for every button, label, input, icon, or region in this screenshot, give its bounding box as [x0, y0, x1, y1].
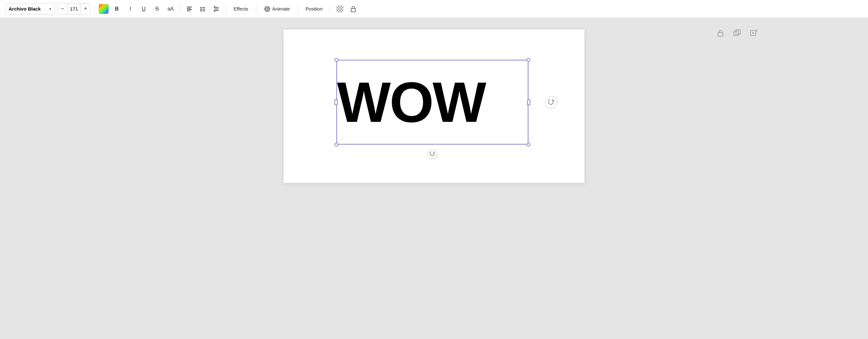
svg-rect-5 — [202, 10, 205, 11]
font-size-decrease-button[interactable]: − — [58, 3, 67, 15]
list-button[interactable] — [197, 3, 208, 14]
svg-rect-14 — [351, 9, 355, 12]
lock-icon — [350, 5, 356, 12]
svg-rect-8 — [214, 10, 219, 11]
canvas-top-icons — [715, 28, 759, 38]
line-spacing-icon — [214, 6, 219, 12]
svg-point-21 — [553, 100, 554, 101]
font-family-label: Archivo Black — [9, 6, 48, 11]
divider-2 — [180, 4, 180, 13]
divider-3 — [226, 4, 226, 13]
slide: WOW — [284, 29, 584, 183]
animate-icon — [264, 6, 271, 12]
svg-rect-17 — [736, 30, 740, 34]
svg-point-0 — [200, 7, 202, 8]
font-size-increase-button[interactable]: + — [81, 3, 90, 15]
wow-text[interactable]: WOW — [336, 60, 528, 144]
handle-top-right[interactable] — [527, 58, 530, 62]
svg-marker-9 — [214, 6, 215, 7]
divider-4 — [256, 4, 256, 13]
divider-1 — [94, 4, 95, 13]
svg-point-13 — [267, 8, 268, 9]
svg-rect-3 — [202, 9, 205, 9]
align-left-button[interactable] — [184, 3, 195, 14]
effects-button[interactable]: Effects — [230, 3, 252, 15]
handle-bottom-right[interactable] — [527, 143, 530, 146]
svg-rect-1 — [202, 7, 205, 8]
font-size-control: − 171 + — [57, 3, 91, 15]
lock-button[interactable] — [348, 3, 359, 14]
italic-button[interactable]: I — [125, 3, 136, 14]
rotate-right-icon — [548, 99, 554, 105]
bold-button[interactable]: B — [112, 3, 122, 14]
rotate-bottom-icon — [430, 151, 435, 157]
svg-rect-15 — [718, 33, 723, 36]
svg-rect-7 — [214, 9, 219, 9]
svg-rect-16 — [734, 31, 738, 35]
animate-label: Animate — [272, 6, 290, 11]
svg-rect-6 — [214, 7, 219, 8]
duplicate-icon — [734, 29, 741, 36]
position-button[interactable]: Position — [302, 3, 327, 15]
rotate-handle-bottom[interactable] — [428, 149, 437, 159]
font-size-value: 171 — [67, 3, 81, 15]
transparency-button[interactable] — [335, 3, 345, 14]
handle-top-left[interactable] — [335, 58, 338, 62]
divider-5 — [298, 4, 298, 13]
font-family-selector[interactable]: Archivo Black ▾ — [5, 3, 55, 15]
lock-canvas-button[interactable] — [715, 28, 726, 38]
strikethrough-button[interactable]: S — [152, 3, 163, 14]
checkerboard-icon — [336, 5, 343, 12]
canvas-area: WOW — [0, 18, 868, 339]
svg-point-2 — [200, 9, 202, 10]
add-icon — [750, 29, 757, 36]
svg-marker-10 — [214, 11, 215, 12]
lock-canvas-icon — [717, 29, 724, 37]
align-left-icon — [186, 6, 193, 12]
handle-mid-left[interactable] — [335, 99, 338, 105]
underline-button[interactable]: U — [138, 3, 149, 14]
handle-bottom-left[interactable] — [335, 143, 338, 146]
svg-point-4 — [200, 10, 202, 11]
list-icon — [200, 6, 206, 12]
change-case-button[interactable]: aA — [165, 3, 176, 14]
add-canvas-button[interactable] — [748, 28, 759, 38]
chevron-down-icon: ▾ — [49, 7, 51, 11]
toolbar: Archivo Black ▾ − 171 + B I U S aA — [0, 0, 868, 18]
line-spacing-button[interactable] — [211, 3, 222, 14]
duplicate-canvas-button[interactable] — [732, 28, 743, 38]
color-picker-button[interactable] — [99, 4, 109, 14]
rotate-handle-right[interactable] — [545, 96, 557, 108]
divider-6 — [330, 4, 331, 13]
animate-button[interactable]: Animate — [260, 3, 294, 15]
handle-mid-right[interactable] — [527, 99, 530, 105]
text-element[interactable]: WOW — [336, 60, 528, 144]
